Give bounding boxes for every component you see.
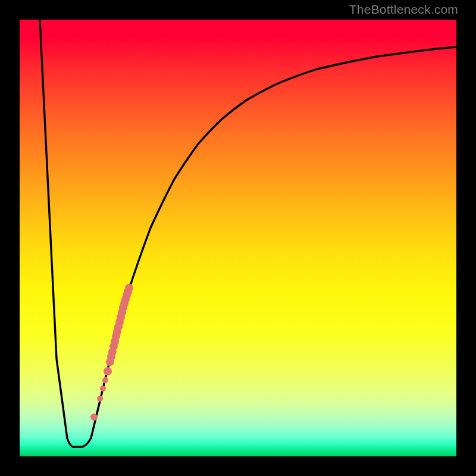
svg-point-3 <box>102 377 108 383</box>
svg-point-0 <box>90 414 98 421</box>
highlighted-points <box>90 284 133 421</box>
outer-frame: TheBottleneck.com <box>0 0 476 476</box>
watermark-text: TheBottleneck.com <box>349 2 458 17</box>
svg-point-1 <box>97 396 103 402</box>
svg-point-4 <box>104 367 112 375</box>
bottleneck-curve <box>40 20 456 447</box>
svg-point-2 <box>100 386 106 392</box>
svg-point-21 <box>125 284 133 292</box>
chart-overlay <box>20 20 456 456</box>
